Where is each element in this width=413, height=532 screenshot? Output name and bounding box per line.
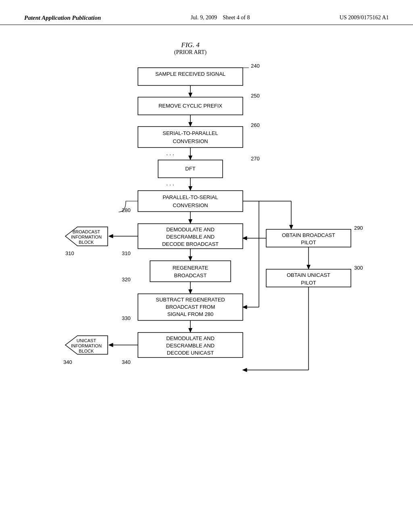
svg-text:PARALLEL-TO-SERIAL: PARALLEL-TO-SERIAL	[163, 194, 218, 200]
svg-text:BROADCAST: BROADCAST	[73, 229, 100, 234]
svg-text:INFORMATION: INFORMATION	[71, 343, 102, 348]
fig-note: (PRIOR ART)	[0, 49, 413, 56]
svg-text:BLOCK: BLOCK	[79, 240, 94, 245]
svg-text:BROADCAST: BROADCAST	[174, 272, 207, 278]
svg-text:INFORMATION: INFORMATION	[71, 235, 102, 239]
svg-text:330: 330	[122, 315, 131, 321]
svg-text:OBTAIN  UNICAST: OBTAIN UNICAST	[287, 272, 330, 278]
svg-text:320: 320	[122, 276, 131, 283]
svg-rect-21	[138, 191, 243, 212]
date-label: Jul. 9, 2009	[191, 15, 217, 21]
svg-text:SUBTRACT REGENERATED: SUBTRACT REGENERATED	[156, 297, 225, 303]
svg-text:DECODE UNICAST: DECODE UNICAST	[167, 350, 214, 356]
svg-text:CONVERSION: CONVERSION	[173, 202, 208, 208]
svg-text:DESCRAMBLE AND: DESCRAMBLE AND	[166, 343, 215, 349]
svg-text:SERIAL-TO-PARALLEL: SERIAL-TO-PARALLEL	[163, 130, 218, 136]
svg-text:340: 340	[63, 359, 72, 365]
svg-text:DECODE BROADCAST: DECODE BROADCAST	[162, 241, 219, 247]
svg-text:290: 290	[354, 225, 363, 231]
svg-text:UNICAST: UNICAST	[77, 338, 96, 343]
svg-text:SAMPLE  RECEIVED  SIGNAL: SAMPLE RECEIVED SIGNAL	[155, 71, 225, 77]
svg-text:DESCRAMBLE AND: DESCRAMBLE AND	[166, 234, 215, 240]
svg-text:BROADCAST FROM: BROADCAST FROM	[166, 304, 215, 310]
svg-text:REMOVE  CYCLIC  PREFIX: REMOVE CYCLIC PREFIX	[159, 103, 223, 109]
svg-text:OBTAIN BROADCAST: OBTAIN BROADCAST	[282, 232, 335, 238]
sheet-label: Sheet 4 of 8	[223, 15, 250, 21]
svg-text:250: 250	[251, 93, 260, 99]
svg-text:270: 270	[251, 156, 260, 162]
publication-label: Patent Application Publication	[24, 15, 101, 21]
svg-text:REGENERATE: REGENERATE	[173, 265, 209, 271]
svg-rect-52	[150, 261, 231, 282]
fig-label: FIG. 4	[0, 41, 413, 49]
svg-text:PILOT: PILOT	[301, 239, 316, 245]
svg-text:DFT: DFT	[185, 166, 195, 172]
svg-text:DEMODULATE AND: DEMODULATE AND	[166, 335, 215, 341]
svg-text:240: 240	[251, 64, 260, 69]
svg-text:PILOT: PILOT	[301, 280, 316, 286]
svg-text:DEMODULATE AND: DEMODULATE AND	[166, 227, 215, 233]
svg-text:340: 340	[122, 359, 131, 365]
svg-text:310: 310	[122, 250, 131, 256]
svg-text:SIGNAL FROM 280: SIGNAL FROM 280	[167, 311, 213, 317]
svg-text:260: 260	[251, 122, 260, 128]
header-center: Jul. 9, 2009 Sheet 4 of 8	[191, 15, 250, 21]
figure-title: FIG. 4 (PRIOR ART)	[0, 41, 413, 56]
flowchart-svg: SAMPLE RECEIVED SIGNAL 240 REMOVE CYCLIC…	[41, 64, 372, 499]
svg-text:· · ·: · · ·	[166, 151, 174, 158]
svg-text:310: 310	[65, 250, 74, 256]
svg-rect-10	[138, 127, 243, 148]
patent-number: US 2009/0175162 A1	[340, 15, 389, 21]
svg-text:BLOCK: BLOCK	[79, 349, 94, 353]
svg-text:300: 300	[354, 265, 363, 271]
page-header: Patent Application Publication Jul. 9, 2…	[0, 0, 413, 25]
svg-text:· · ·: · · ·	[166, 181, 174, 188]
diagram-area: FIG. 4 (PRIOR ART) SAMPLE RECEIVED SIGNA…	[0, 25, 413, 511]
svg-text:CONVERSION: CONVERSION	[173, 138, 208, 144]
